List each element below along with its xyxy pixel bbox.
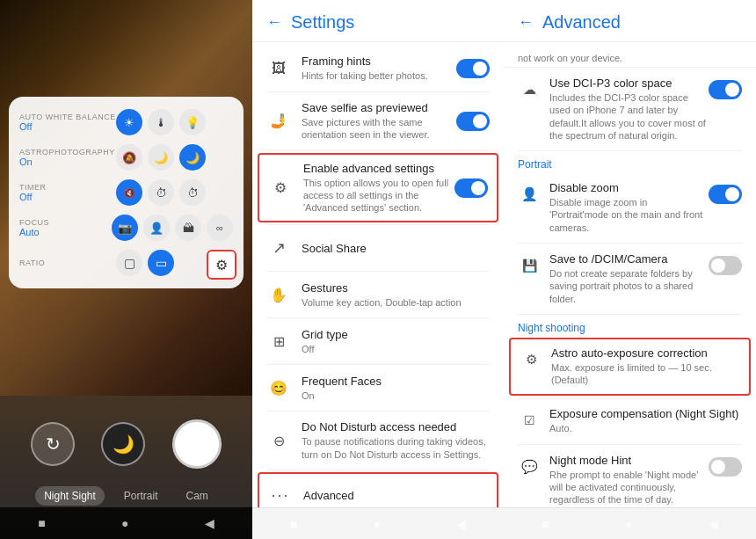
enable-advanced-subtitle: This option allows you to open full acce… <box>303 177 454 215</box>
focus-icon-infinity[interactable]: ∞ <box>207 215 233 241</box>
astro-label: ASTROPHOTOGRAPHY <box>19 148 116 157</box>
astro-row: ASTROPHOTOGRAPHY On 🔕 🌙 🌙 <box>19 144 233 171</box>
disable-zoom-icon: 👤 <box>518 183 541 206</box>
grid-type-icon: ⊞ <box>266 329 291 353</box>
nav-back-icon[interactable]: ◀ <box>205 516 214 530</box>
settings-item-dnd[interactable]: ⊖ Do Not Disturb access needed To pause … <box>252 412 504 470</box>
nav-circle-icon[interactable]: ● <box>121 516 128 530</box>
adv-item-disable-zoom[interactable]: 👤 Disable zoom Disable image zoom in 'Po… <box>504 172 756 243</box>
ratio-icon-square[interactable]: ▢ <box>116 250 142 276</box>
timer-icon-10s[interactable]: ⏱ <box>179 179 206 206</box>
awb-icon-bulb[interactable]: 💡 <box>179 109 206 135</box>
frequent-faces-subtitle: On <box>302 390 490 402</box>
ratio-icons: ▢ ▭ <box>116 250 174 276</box>
settings-item-frequent-faces[interactable]: 😊 Frequent Faces On <box>252 365 504 411</box>
ratio-label: RATIO <box>19 259 116 267</box>
nav-square-icon[interactable]: ■ <box>38 516 45 530</box>
adv-night-section: Night shooting <box>504 315 756 336</box>
timer-icon-3s[interactable]: ⏱ <box>148 179 174 206</box>
settings-nav-back[interactable]: ◀ <box>456 517 466 531</box>
save-dcim-toggle[interactable] <box>709 256 742 275</box>
moon-button[interactable]: 🌙 <box>101 422 145 466</box>
settings-item-save-selfie[interactable]: 🤳 Save selfie as previewed Save pictures… <box>252 92 504 150</box>
advanced-header: ← Advanced <box>504 0 756 42</box>
awb-icon-sun[interactable]: ☀ <box>116 109 142 135</box>
night-hint-title: Night mode Hint <box>549 454 709 467</box>
exposure-title: Exposure compensation (Night Sight) <box>549 407 742 420</box>
disable-zoom-toggle[interactable] <box>709 185 742 204</box>
timer-label: TIMER <box>19 183 116 192</box>
gestures-subtitle: Volume key action, Double-tap action <box>302 296 490 309</box>
settings-item-social-share[interactable]: ↗ Social Share <box>252 225 504 271</box>
timer-icon-off[interactable]: 🔇 <box>116 179 142 206</box>
advanced-back-button[interactable]: ← <box>518 13 534 32</box>
ratio-icon-wide[interactable]: ▭ <box>148 250 174 276</box>
mode-portrait[interactable]: Portrait <box>115 486 167 506</box>
save-selfie-toggle[interactable] <box>456 112 490 131</box>
adv-item-astro[interactable]: ⚙ Astro auto-exposure correction Max. ex… <box>509 338 751 396</box>
framing-hints-icon: 🖼 <box>266 56 291 81</box>
save-selfie-subtitle: Save pictures with the same orientation … <box>302 116 456 142</box>
focus-icon-cam[interactable]: 📷 <box>112 215 138 241</box>
gestures-title: Gestures <box>302 281 490 295</box>
astro-icon-moon1[interactable]: 🌙 <box>148 144 174 171</box>
settings-nav-circle[interactable]: ● <box>373 517 380 531</box>
disable-zoom-subtitle: Disable image zoom in 'Portrait'mode on … <box>549 196 709 234</box>
night-hint-toggle[interactable] <box>709 457 742 477</box>
focus-value: Auto <box>19 227 112 237</box>
exposure-subtitle: Auto. <box>549 422 742 434</box>
adv-item-save-dcim[interactable]: 💾 Save to /DCIM/Camera Do not create sep… <box>504 244 756 314</box>
advanced-title: Advanced <box>303 489 488 502</box>
awb-label: AUTO WHITE BALANCE <box>19 113 116 121</box>
settings-nav-square[interactable]: ■ <box>290 517 297 531</box>
settings-back-button[interactable]: ← <box>266 13 282 32</box>
settings-list: 🖼 Framing hints Hints for taking better … <box>252 42 504 507</box>
settings-item-advanced[interactable]: ··· Advanced <box>258 472 498 507</box>
grid-type-title: Grid type <box>302 328 490 341</box>
advanced-nav-back[interactable]: ◀ <box>709 517 718 531</box>
save-dcim-subtitle: Do not create separate folders by saving… <box>549 267 709 305</box>
awb-icons: ☀ 🌡 💡 <box>116 109 206 135</box>
adv-portrait-section: Portrait <box>504 151 756 172</box>
advanced-panel: ← Advanced not work on your device. ☁ Us… <box>504 0 756 539</box>
astro-icon-mute[interactable]: 🔕 <box>116 144 142 171</box>
astro-icon-moon2[interactable]: 🌙 <box>179 144 206 171</box>
shutter-button[interactable] <box>172 419 222 469</box>
moon-icon: 🌙 <box>113 433 134 455</box>
astro-correction-subtitle: Max. exposure is limited to — 10 sec. (D… <box>551 361 740 387</box>
focus-icon-landscape[interactable]: 🏔 <box>175 215 201 241</box>
settings-item-grid-type[interactable]: ⊞ Grid type Off <box>252 318 504 364</box>
adv-item-night-hint[interactable]: 💬 Night mode Hint Rhe prompt to enable '… <box>504 445 756 507</box>
enable-advanced-toggle[interactable] <box>454 178 488 198</box>
focus-icons: 📷 👤 🏔 ∞ <box>112 215 233 241</box>
save-selfie-title: Save selfie as previewed <box>302 101 456 114</box>
settings-item-framing-hints[interactable]: 🖼 Framing hints Hints for taking better … <box>252 46 504 91</box>
advanced-nav-circle[interactable]: ● <box>625 517 632 531</box>
focus-row: FOCUS Auto 📷 👤 🏔 ∞ <box>19 215 233 241</box>
timer-value: Off <box>19 192 116 202</box>
gear-icon: ⚙ <box>215 257 228 273</box>
settings-header: ← Settings <box>252 0 504 42</box>
dcip3-toggle[interactable] <box>709 80 742 99</box>
advanced-dots-icon: ··· <box>268 483 293 507</box>
framing-hints-subtitle: Hints for taking better photos. <box>302 69 456 82</box>
settings-item-gestures[interactable]: ✋ Gestures Volume key action, Double-tap… <box>252 272 504 317</box>
adv-item-dcip3[interactable]: ☁ Use DCI-P3 color space Includes the DC… <box>504 68 756 150</box>
advanced-nav-square[interactable]: ■ <box>542 517 549 531</box>
dcip3-icon: ☁ <box>518 78 541 101</box>
disable-zoom-title: Disable zoom <box>549 181 709 194</box>
framing-hints-toggle[interactable] <box>456 59 490 78</box>
mode-cam[interactable]: Cam <box>178 486 217 506</box>
sync-button[interactable]: ↻ <box>31 422 75 466</box>
enable-advanced-icon: ⚙ <box>268 176 293 200</box>
social-share-icon: ↗ <box>266 236 291 260</box>
settings-item-enable-advanced[interactable]: ⚙ Enable advanced settings This option a… <box>258 153 498 223</box>
gear-box[interactable]: ⚙ <box>207 250 236 280</box>
mode-night-sight[interactable]: Night Sight <box>35 486 105 506</box>
gestures-icon: ✋ <box>266 282 291 307</box>
adv-item-exposure[interactable]: ☑ Exposure compensation (Night Sight) Au… <box>504 398 756 444</box>
focus-icon-person[interactable]: 👤 <box>143 215 170 241</box>
dnd-icon: ⊖ <box>266 428 291 453</box>
awb-icon-temp[interactable]: 🌡 <box>148 109 174 135</box>
settings-title: Settings <box>291 12 354 33</box>
